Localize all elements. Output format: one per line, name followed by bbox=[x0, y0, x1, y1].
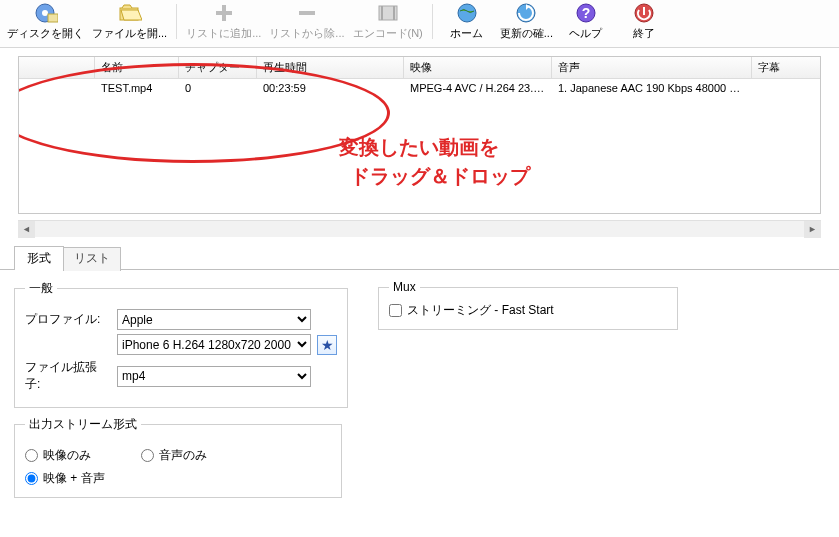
col-subtitle[interactable]: 字幕 bbox=[752, 57, 821, 79]
help-label: ヘルプ bbox=[569, 26, 602, 41]
help-button[interactable]: ? ヘルプ bbox=[558, 0, 614, 43]
legend-output: 出力ストリーム形式 bbox=[25, 416, 141, 433]
radio-video-only[interactable]: 映像のみ bbox=[25, 447, 91, 464]
streaming-label: ストリーミング - Fast Start bbox=[407, 302, 554, 319]
col-video[interactable]: 映像 bbox=[404, 57, 552, 79]
ext-label: ファイル拡張子: bbox=[25, 359, 111, 393]
svg-rect-8 bbox=[381, 6, 383, 20]
fieldset-general: 一般 プロファイル: Apple iPhone 6 H.264 1280x720… bbox=[14, 280, 348, 408]
radio-video-audio[interactable]: 映像 + 音声 bbox=[25, 470, 105, 487]
streaming-checkbox[interactable]: ストリーミング - Fast Start bbox=[389, 302, 667, 319]
exit-icon bbox=[630, 2, 658, 24]
ext-select[interactable]: mp4 bbox=[117, 366, 311, 387]
radio-audio-only-label: 音声のみ bbox=[159, 447, 207, 464]
open-disc-button[interactable]: ディスクを開く bbox=[4, 0, 87, 43]
toolbar-sep bbox=[176, 4, 177, 39]
toolbar: ディスクを開く ファイルを開... リストに追加... リストから除... エン… bbox=[0, 0, 839, 48]
streaming-input[interactable] bbox=[389, 304, 402, 317]
star-icon: ★ bbox=[321, 337, 334, 353]
profile-select[interactable]: Apple bbox=[117, 309, 311, 330]
home-button[interactable]: ホーム bbox=[439, 0, 495, 43]
open-file-label: ファイルを開... bbox=[92, 26, 167, 41]
legend-mux: Mux bbox=[389, 280, 420, 294]
remove-list-label: リストから除... bbox=[269, 26, 344, 41]
svg-point-10 bbox=[458, 4, 476, 22]
col-name[interactable]: 名前 bbox=[95, 57, 179, 79]
svg-text:?: ? bbox=[582, 5, 591, 21]
exit-label: 終了 bbox=[633, 26, 655, 41]
svg-rect-2 bbox=[48, 14, 58, 22]
cell-subtitle[interactable] bbox=[752, 79, 821, 97]
hscrollbar[interactable]: ◄ ► bbox=[18, 220, 821, 237]
add-list-button[interactable]: リストに追加... bbox=[183, 0, 264, 43]
annotation-line1: 変換したい動画を bbox=[339, 136, 499, 158]
open-file-button[interactable]: ファイルを開... bbox=[89, 0, 170, 43]
radio-video-only-input[interactable] bbox=[25, 449, 38, 462]
annotation-text: 変換したい動画を ドラッグ＆ドロップ bbox=[339, 133, 530, 191]
col-blank[interactable] bbox=[19, 57, 95, 79]
profile-label: プロファイル: bbox=[25, 311, 111, 328]
home-label: ホーム bbox=[450, 26, 483, 41]
open-disc-label: ディスクを開く bbox=[7, 26, 84, 41]
radio-audio-only-input[interactable] bbox=[141, 449, 154, 462]
preset-select[interactable]: iPhone 6 H.264 1280x720 2000 kbps bbox=[117, 334, 311, 355]
cell-audio[interactable]: 1. Japanese AAC 190 Kbps 48000 H... bbox=[552, 79, 752, 97]
svg-rect-6 bbox=[299, 11, 315, 15]
exit-button[interactable]: 終了 bbox=[616, 0, 672, 43]
col-duration[interactable]: 再生時間 bbox=[257, 57, 404, 79]
toolbar-sep bbox=[432, 4, 433, 39]
scroll-right-icon[interactable]: ► bbox=[804, 221, 821, 238]
disc-icon bbox=[32, 2, 60, 24]
scroll-left-icon[interactable]: ◄ bbox=[18, 221, 35, 238]
svg-rect-9 bbox=[393, 6, 395, 20]
tab-list[interactable]: リスト bbox=[63, 247, 121, 271]
help-icon: ? bbox=[572, 2, 600, 24]
row-blank[interactable] bbox=[19, 79, 95, 97]
radio-video-audio-input[interactable] bbox=[25, 472, 38, 485]
favorite-button[interactable]: ★ bbox=[317, 335, 337, 355]
col-chapter[interactable]: チャプター bbox=[179, 57, 257, 79]
update-label: 更新の確... bbox=[500, 26, 553, 41]
radio-video-audio-label: 映像 + 音声 bbox=[43, 470, 105, 487]
fieldset-mux: Mux ストリーミング - Fast Start bbox=[378, 280, 678, 330]
tabs: 形式 リスト bbox=[14, 245, 839, 269]
cell-name[interactable]: TEST.mp4 bbox=[95, 79, 179, 97]
legend-general: 一般 bbox=[25, 280, 57, 297]
annotation-line2: ドラッグ＆ドロップ bbox=[350, 165, 530, 187]
fieldset-output-stream: 出力ストリーム形式 映像のみ 音声のみ 映像 + 音声 bbox=[14, 416, 342, 498]
globe-icon bbox=[453, 2, 481, 24]
remove-list-button[interactable]: リストから除... bbox=[266, 0, 347, 43]
tab-format[interactable]: 形式 bbox=[14, 246, 64, 270]
update-button[interactable]: 更新の確... bbox=[497, 0, 556, 43]
encode-label: エンコード(N) bbox=[353, 26, 423, 41]
file-open-icon bbox=[116, 2, 144, 24]
col-audio[interactable]: 音声 bbox=[552, 57, 752, 79]
radio-video-only-label: 映像のみ bbox=[43, 447, 91, 464]
cell-duration[interactable]: 00:23:59 bbox=[257, 79, 404, 97]
cell-video[interactable]: MPEG-4 AVC / H.264 23.9... bbox=[404, 79, 552, 97]
plus-icon bbox=[210, 2, 238, 24]
svg-point-1 bbox=[42, 10, 48, 16]
minus-icon bbox=[293, 2, 321, 24]
add-list-label: リストに追加... bbox=[186, 26, 261, 41]
tab-panel-format: 一般 プロファイル: Apple iPhone 6 H.264 1280x720… bbox=[0, 269, 839, 537]
radio-audio-only[interactable]: 音声のみ bbox=[141, 447, 207, 464]
update-icon bbox=[512, 2, 540, 24]
cell-chapter[interactable]: 0 bbox=[179, 79, 257, 97]
svg-rect-15 bbox=[643, 7, 645, 15]
file-list[interactable]: 名前 チャプター 再生時間 映像 音声 字幕 TEST.mp4 0 00:23:… bbox=[18, 56, 821, 214]
encode-icon bbox=[374, 2, 402, 24]
svg-rect-5 bbox=[216, 11, 232, 15]
encode-button[interactable]: エンコード(N) bbox=[350, 0, 426, 43]
